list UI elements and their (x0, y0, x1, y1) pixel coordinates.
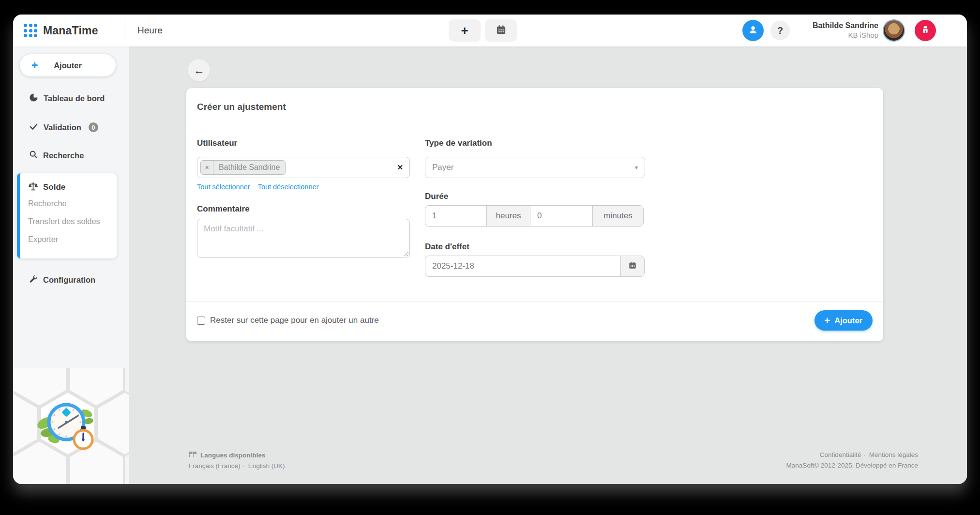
apps-grid-icon[interactable] (24, 24, 37, 37)
user-avatar[interactable] (883, 19, 905, 42)
deselect-all-link[interactable]: Tout déselectionner (258, 183, 319, 191)
calendar-button[interactable] (485, 19, 517, 42)
effect-date-label: Date d'effet (425, 242, 469, 252)
minutes-input[interactable] (530, 205, 593, 227)
language-english-link[interactable]: English (UK) (248, 462, 285, 470)
clear-selection-icon[interactable]: ✕ (397, 163, 403, 172)
effect-date-group (425, 256, 645, 277)
support-button[interactable] (742, 20, 764, 41)
sidebar-item-tableau-de-bord[interactable]: Tableau de bord (13, 89, 129, 108)
support-person-icon (747, 24, 759, 37)
variation-type-select[interactable]: Payer ▾ (425, 157, 645, 178)
hours-input[interactable] (425, 205, 487, 227)
help-button[interactable]: ? (770, 21, 790, 40)
variation-type-label: Type de variation (425, 138, 492, 148)
sidebar-item-label: Solde (43, 182, 65, 192)
comment-textarea[interactable] (197, 219, 410, 258)
effect-date-input[interactable] (425, 256, 621, 277)
stay-on-page-label: Rester sur cette page pour en ajouter un… (210, 316, 379, 325)
languages-title: Langues disponibles (200, 452, 265, 459)
organization-button[interactable] (915, 20, 936, 41)
plus-icon: + (31, 59, 38, 72)
search-icon (29, 150, 38, 161)
stay-on-page-checkbox[interactable] (197, 317, 205, 325)
sidebar-item-solde[interactable]: Solde (28, 180, 117, 195)
flags-icon (189, 451, 197, 459)
variation-type-value: Payer (432, 163, 453, 172)
submit-add-button[interactable]: + Ajouter (814, 310, 873, 331)
sidebar-item-label: Configuration (43, 275, 95, 285)
sidebar-item-label: Recherche (43, 151, 84, 160)
sidebar-item-recherche[interactable]: Recherche (13, 146, 129, 165)
scales-icon (28, 182, 38, 194)
card-title-divider (186, 130, 883, 130)
minutes-unit-addon: minutes (592, 205, 644, 227)
card-title: Créer un ajustement (197, 102, 286, 112)
chevron-down-icon: ▾ (635, 164, 638, 171)
sidebar-item-label: Tableau de bord (44, 94, 105, 103)
selected-user-tag: × Bathilde Sandrine (200, 160, 286, 175)
user-company: KB iShop (813, 31, 878, 40)
top-bar: ManaTime Heure + (13, 15, 967, 46)
date-picker-button[interactable] (620, 256, 645, 277)
hours-unit-addon: heures (486, 205, 530, 227)
privacy-link[interactable]: Confidentialité (820, 451, 861, 458)
back-button[interactable]: ← (188, 59, 210, 81)
pie-chart-icon (29, 93, 38, 104)
create-adjustment-card: Créer un ajustement Utilisateur × Bathil… (186, 88, 883, 341)
user-info: Bathilde Sandrine KB iShop (813, 20, 878, 40)
sidebar-subitem-recherche[interactable]: Recherche (28, 195, 117, 212)
wrench-icon (29, 274, 38, 285)
copyright-text: ManaSoft© 2012-2025, Développé en France (786, 462, 918, 469)
footer-languages: Langues disponibles Français (France)· E… (189, 451, 285, 470)
select-all-link[interactable]: Tout sélectionner (197, 183, 250, 191)
selection-links: Tout sélectionner Tout déselectionner (197, 183, 318, 191)
user-name: Bathilde Sandrine (813, 20, 878, 31)
sidebar-item-label: Validation (44, 123, 81, 132)
header-divider (125, 18, 125, 43)
sidebar-add-button[interactable]: + Ajouter (20, 54, 116, 76)
sidebar-subitem-transfert-des-soldes[interactable]: Transfert des soldes (28, 212, 117, 230)
remove-tag-icon[interactable]: × (201, 161, 213, 174)
building-icon (920, 25, 930, 36)
manatime-logo (13, 368, 129, 484)
duration-label: Durée (425, 192, 448, 201)
user-multiselect-input[interactable]: × Bathilde Sandrine ✕ (197, 157, 410, 178)
main-content: ← Créer un ajustement Utilisateur × Bath… (129, 46, 967, 484)
quick-add-button[interactable]: + (449, 19, 481, 42)
sidebar: + Ajouter Tableau de bord Validation 0 (13, 46, 129, 484)
page-title: Heure (137, 15, 163, 46)
legal-link[interactable]: Mentions légales (869, 451, 918, 458)
check-icon (29, 122, 38, 133)
comment-field-label: Commentaire (197, 204, 250, 214)
duration-group: heures minutes (425, 205, 644, 227)
sidebar-item-validation[interactable]: Validation 0 (13, 118, 129, 137)
app-window: ManaTime Heure + (13, 15, 967, 484)
submit-add-label: Ajouter (834, 316, 862, 325)
arrow-left-icon: ← (194, 64, 205, 77)
sidebar-group-solde: Solde Recherche Transfert des soldes Exp… (17, 173, 117, 258)
calendar-icon (496, 24, 507, 37)
plus-icon: + (461, 23, 468, 38)
sidebar-subitem-exporter[interactable]: Exporter (28, 230, 117, 248)
validation-count-badge: 0 (89, 122, 98, 132)
stay-on-page-row: Rester sur cette page pour en ajouter un… (197, 310, 379, 331)
brand-logo-text: ManaTime (43, 15, 98, 46)
separator-dot: · (863, 451, 865, 458)
separator-dot: · (242, 462, 245, 470)
question-mark-icon: ? (777, 25, 783, 36)
sidebar-item-configuration[interactable]: Configuration (13, 270, 129, 289)
calendar-icon (628, 261, 637, 272)
footer-legal: Confidentialité· Mentions légales ManaSo… (786, 451, 918, 469)
user-field-label: Utilisateur (197, 138, 237, 148)
card-footer-divider (186, 301, 883, 302)
plus-icon: + (825, 315, 830, 326)
selected-user-tag-label: Bathilde Sandrine (213, 163, 285, 172)
sidebar-add-label: Ajouter (54, 61, 82, 70)
language-french-link[interactable]: Français (France) (189, 462, 241, 470)
